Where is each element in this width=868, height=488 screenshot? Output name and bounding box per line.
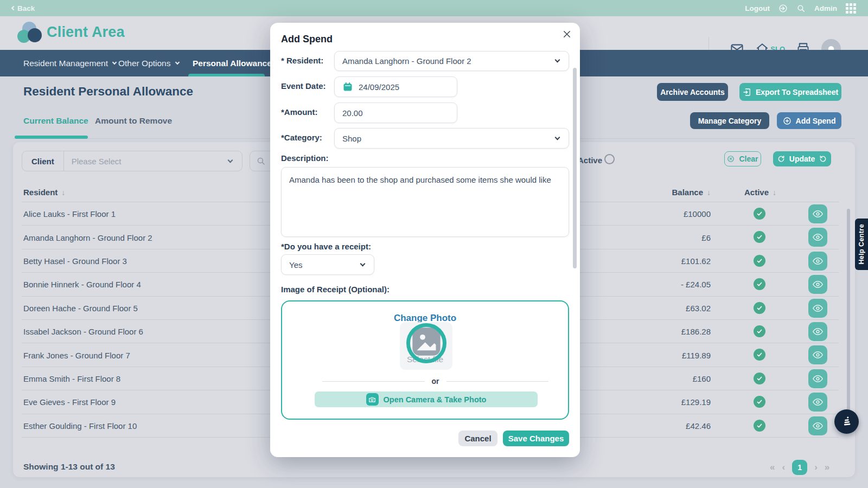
receipt-select[interactable]: Yes (281, 254, 374, 275)
x-circle-icon (727, 155, 735, 163)
active-check-icon (754, 208, 765, 220)
active-check-icon (754, 349, 765, 361)
active-check-icon (754, 325, 765, 337)
nav-label: Resident Management (23, 59, 108, 68)
pagination-prev-button[interactable]: ‹ (782, 462, 785, 473)
client-select-label: Client (22, 151, 64, 171)
client-select[interactable]: Client Please Select (22, 151, 242, 171)
view-button[interactable] (808, 252, 827, 271)
tab-current-balance[interactable]: Current Balance (23, 116, 88, 126)
modal-scrollbar[interactable] (573, 68, 577, 268)
sort-arrow-icon: ↓ (61, 188, 65, 197)
resident-cell: Issabel Jackson - Ground Floor 6 (23, 320, 143, 343)
balance-cell: £129.19 (681, 390, 711, 414)
column-label: Balance (672, 188, 703, 197)
category-field-label: *Category: (281, 133, 322, 142)
event-date-input[interactable]: 24/09/2025 (334, 76, 457, 97)
tab-active-underline (15, 136, 88, 139)
manage-category-button[interactable]: Manage Category (690, 112, 769, 129)
update-label: Update (789, 155, 815, 163)
chat-widget-button[interactable] (834, 409, 859, 434)
page-title: Resident Personal Allowance (23, 85, 193, 99)
back-label: Back (17, 4, 35, 12)
pagination-last-button[interactable]: » (825, 462, 829, 473)
cancel-button[interactable]: Cancel (458, 431, 497, 446)
resident-cell: Eve Gieves - First Floor 9 (23, 390, 116, 414)
logout-button[interactable]: Logout (745, 4, 770, 12)
resident-select[interactable]: Amanda Langhorn - Ground Floor 2 (334, 51, 569, 71)
chevron-down-icon (360, 261, 366, 266)
back-chevron-icon (11, 6, 16, 10)
amount-input[interactable]: 20.00 (334, 102, 457, 123)
event-date-field-label: Event Date: (281, 81, 326, 91)
pagination-first-button[interactable]: « (770, 462, 775, 473)
description-textarea[interactable]: Amanda has been to the shop and purchase… (281, 167, 569, 237)
column-header-balance[interactable]: Balance ↓ (672, 182, 711, 202)
resident-cell: Esther Goulding - First Floor 10 (23, 414, 137, 438)
chevron-down-icon (112, 60, 117, 65)
active-filter-label: Active (578, 156, 602, 165)
plus-circle-icon (783, 117, 792, 125)
view-button[interactable] (808, 299, 827, 318)
nav-other-options[interactable]: Other Options (118, 50, 179, 76)
table-summary: Showing 1-13 out of 13 (23, 462, 115, 472)
nav-resident-management[interactable]: Resident Management (23, 50, 116, 76)
active-check-icon (754, 231, 765, 243)
view-button[interactable] (808, 345, 827, 364)
back-button[interactable]: Back (12, 4, 35, 12)
view-button[interactable] (808, 393, 827, 412)
active-check-icon (754, 278, 765, 290)
view-button[interactable] (808, 275, 827, 294)
search-icon (256, 156, 266, 166)
archive-accounts-button[interactable]: Archive Accounts (657, 83, 728, 101)
search-icon[interactable] (796, 4, 806, 13)
description-field-label: Description: (281, 153, 329, 163)
view-button[interactable] (808, 228, 827, 247)
balance-cell: £10000 (684, 202, 711, 226)
tab-amount-to-remove[interactable]: Amount to Remove (95, 116, 172, 126)
active-check-icon (754, 420, 765, 432)
active-filter-radio[interactable] (604, 154, 615, 164)
help-centre-tab[interactable]: Help Centre (855, 219, 868, 270)
resident-field-label: * Resident: (281, 56, 323, 65)
view-button[interactable] (808, 369, 827, 388)
view-button[interactable] (808, 416, 827, 435)
add-spend-label: Add Spend (796, 117, 836, 125)
balance-cell: £42.46 (686, 414, 711, 438)
category-select[interactable]: Shop (334, 128, 569, 149)
refresh-icon (819, 155, 827, 163)
receipt-upload-box[interactable]: Change Photo Select file or Open Camera … (281, 300, 569, 420)
balance-cell: £101.62 (681, 249, 711, 273)
table-vertical-scrollbar[interactable] (847, 209, 850, 412)
column-label: Active (744, 188, 769, 197)
logout-icon[interactable] (778, 4, 788, 13)
archive-label: Archive Accounts (660, 88, 725, 97)
close-icon[interactable] (562, 29, 573, 40)
admin-label[interactable]: Admin (814, 4, 837, 12)
export-icon (743, 88, 751, 97)
pagination-page-1[interactable]: 1 (792, 460, 807, 475)
update-button[interactable]: Update (773, 151, 831, 166)
balance-cell: £119.89 (682, 343, 711, 367)
resident-select-value: Amanda Langhorn - Ground Floor 2 (342, 56, 471, 66)
column-header-active[interactable]: Active ↓ (744, 182, 776, 202)
balance-cell: £6 (701, 226, 711, 249)
photo-ring-icon (406, 323, 446, 363)
apps-grid-icon[interactable] (846, 3, 856, 14)
nav-label: Other Options (118, 59, 171, 68)
clear-button[interactable]: Clear (724, 151, 761, 166)
column-header-resident[interactable]: Resident ↓ (23, 182, 65, 202)
add-spend-button[interactable]: Add Spend (777, 112, 841, 129)
save-changes-button[interactable]: Save Changes (503, 431, 569, 446)
nav-personal-allowance[interactable]: Personal Allowance (193, 50, 272, 76)
pagination-next-button[interactable]: › (814, 462, 818, 473)
open-camera-button[interactable]: Open Camera & Take Photo (315, 391, 538, 407)
lighthouse-icon (840, 415, 853, 428)
view-button[interactable] (808, 204, 827, 223)
balance-cell: - £24.05 (681, 273, 711, 296)
export-label: Export To Spreadsheet (756, 88, 838, 97)
add-spend-modal: Add Spend * Resident: Amanda Langhorn - … (270, 23, 580, 457)
view-button[interactable] (808, 322, 827, 341)
cancel-label: Cancel (464, 434, 491, 443)
export-to-spreadsheet-button[interactable]: Export To Spreadsheet (739, 83, 841, 101)
